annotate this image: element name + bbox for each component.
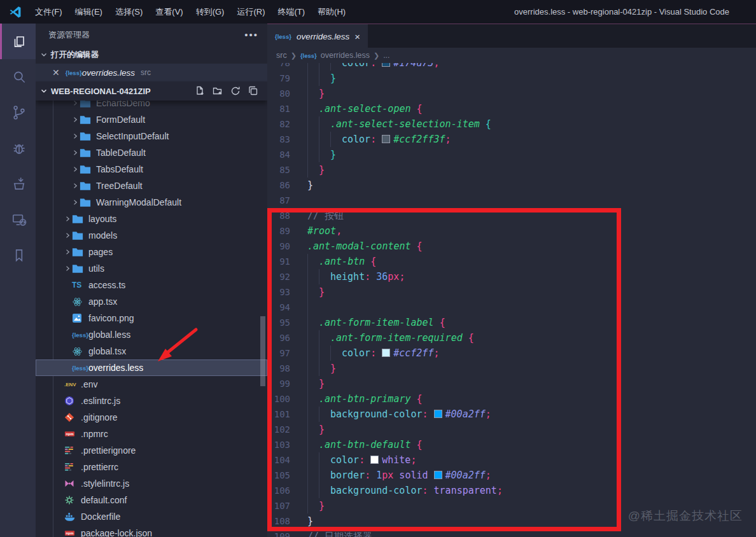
menu-e[interactable]: 编辑(E) bbox=[69, 7, 109, 17]
npm-icon: npm bbox=[64, 528, 77, 537]
explorer-sidebar: 资源管理器 ••• 打开的编辑器 ✕ {less} overrides.less… bbox=[36, 24, 267, 537]
tree-item-.eslintrc.js[interactable]: .eslintrc.js bbox=[36, 393, 267, 409]
ts-icon: TS bbox=[72, 281, 85, 289]
collapse-all-icon[interactable] bbox=[248, 86, 258, 96]
menu-h[interactable]: 帮助(H) bbox=[311, 7, 352, 17]
tree-item-TabsDefault[interactable]: TabsDefault bbox=[36, 161, 267, 178]
vscode-logo-icon bbox=[8, 5, 22, 19]
activity-explorer[interactable] bbox=[0, 24, 36, 59]
gear-icon bbox=[64, 495, 77, 505]
code-line-82: 82.ant-select-selection-item { bbox=[267, 116, 756, 132]
activity-search[interactable] bbox=[0, 59, 36, 95]
line-number: 82 bbox=[267, 116, 300, 132]
tree-item-access.ts[interactable]: TSaccess.ts bbox=[36, 277, 267, 293]
chevron-down-icon bbox=[39, 87, 48, 95]
line-number: 88 bbox=[267, 208, 300, 223]
open-editor-filename: overrides.less bbox=[82, 68, 135, 78]
line-number: 85 bbox=[267, 162, 300, 178]
code-line-79: 79} bbox=[267, 71, 756, 86]
tree-item-SelectInputDefault[interactable]: SelectInputDefault bbox=[36, 128, 267, 144]
breadcrumb-item-2[interactable]: ... bbox=[383, 51, 389, 60]
line-number: 90 bbox=[267, 239, 300, 254]
tree-item-pages[interactable]: pages bbox=[36, 244, 267, 260]
line-number: 81 bbox=[267, 101, 300, 116]
new-folder-icon[interactable] bbox=[213, 86, 223, 96]
line-number: 101 bbox=[267, 407, 300, 422]
chevron-right-icon bbox=[71, 149, 79, 157]
line-number: 104 bbox=[267, 452, 300, 468]
breadcrumb-separator: ❯ bbox=[374, 52, 379, 60]
code-line-93: 93} bbox=[267, 284, 756, 300]
code-line-85: 85} bbox=[267, 162, 756, 178]
tree-item-WarningModalDefault[interactable]: WarningModalDefault bbox=[36, 194, 267, 211]
tree-item-.env[interactable]: .ENV.env bbox=[36, 376, 267, 393]
tab-overrides-less[interactable]: {less} overrides.less × bbox=[267, 24, 368, 48]
tree-item-.npmrc[interactable]: npm.npmrc bbox=[36, 426, 267, 442]
tree-item-.prettierrc[interactable]: .prettierrc bbox=[36, 459, 267, 475]
env-icon: .ENV bbox=[64, 382, 77, 387]
line-number: 98 bbox=[267, 361, 300, 376]
tree-item-FormDefault[interactable]: FormDefault bbox=[36, 111, 267, 128]
tree-item-models[interactable]: models bbox=[36, 227, 267, 244]
tree-item-default.conf[interactable]: default.conf bbox=[36, 492, 267, 508]
tree-item-overrides.less[interactable]: {less}overrides.less bbox=[36, 359, 267, 376]
activity-run-debug[interactable] bbox=[0, 130, 36, 166]
code-viewport[interactable]: 78color: #174d73;79}80}81.ant-select-ope… bbox=[267, 63, 756, 537]
tree-item-favicon.png[interactable]: favicon.png bbox=[36, 310, 267, 326]
line-number: 100 bbox=[267, 391, 300, 407]
code-line-90: 90.ant-modal-content { bbox=[267, 239, 756, 254]
menu-g[interactable]: 转到(G) bbox=[190, 7, 231, 17]
folder-icon bbox=[80, 181, 92, 191]
tree-item-Dockerfile[interactable]: Dockerfile bbox=[36, 508, 267, 525]
more-actions-icon[interactable]: ••• bbox=[244, 29, 258, 40]
line-number: 89 bbox=[267, 223, 300, 239]
prettier-icon bbox=[64, 446, 77, 456]
tree-item-app.tsx[interactable]: app.tsx bbox=[36, 293, 267, 310]
tree-item-package-lock.json[interactable]: npmpackage-lock.json bbox=[36, 525, 267, 537]
code-line-106: 106background-color: transparent; bbox=[267, 483, 756, 498]
chevron-right-icon bbox=[71, 182, 79, 190]
color-swatch bbox=[382, 63, 390, 67]
code-line-108: 108} bbox=[267, 513, 756, 529]
tree-item-layouts[interactable]: layouts bbox=[36, 211, 267, 227]
line-number: 96 bbox=[267, 330, 300, 345]
activity-source-control[interactable] bbox=[0, 95, 36, 130]
menu-s[interactable]: 选择(S) bbox=[109, 7, 149, 17]
tree-item-.prettierignore[interactable]: .prettierignore bbox=[36, 442, 267, 459]
open-editor-item-overrides-less[interactable]: ✕ {less} overrides.less src bbox=[36, 64, 267, 81]
sidebar-scrollbar[interactable] bbox=[260, 316, 265, 386]
close-icon[interactable]: ✕ bbox=[52, 67, 60, 78]
menu-r[interactable]: 运行(R) bbox=[230, 7, 271, 17]
code-line-101: 101background-color: #00a2ff; bbox=[267, 407, 756, 422]
line-number: 84 bbox=[267, 147, 300, 162]
tree-item-TableDefault[interactable]: TableDefault bbox=[36, 144, 267, 161]
new-file-icon[interactable] bbox=[195, 86, 205, 96]
folder-icon bbox=[72, 231, 85, 241]
breadcrumb-item-1[interactable]: overrides.less bbox=[321, 51, 370, 60]
activity-bookmarks[interactable] bbox=[0, 237, 36, 273]
activity-remote-explorer[interactable] bbox=[0, 202, 36, 237]
tree-item-utils[interactable]: utils bbox=[36, 260, 267, 277]
tree-item-global.less[interactable]: {less}global.less bbox=[36, 326, 267, 343]
chevron-right-icon bbox=[71, 165, 79, 173]
menu-t[interactable]: 终端(T) bbox=[271, 7, 311, 17]
project-root-header[interactable]: WEB-REGIONAL-0421ZIP bbox=[36, 81, 267, 101]
tab-close-icon[interactable]: × bbox=[354, 31, 360, 42]
menu-v[interactable]: 查看(V) bbox=[149, 7, 189, 17]
line-number: 83 bbox=[267, 132, 300, 147]
open-editors-section[interactable]: 打开的编辑器 bbox=[36, 46, 267, 64]
refresh-icon[interactable] bbox=[230, 86, 241, 96]
tree-item-.stylelintrc.js[interactable]: .stylelintrc.js bbox=[36, 475, 267, 492]
breadcrumb-item-0[interactable]: src bbox=[276, 51, 287, 60]
tree-item-global.tsx[interactable]: global.tsx bbox=[36, 343, 267, 359]
folder-icon bbox=[80, 132, 92, 141]
code-line-78: 78color: #174d73; bbox=[267, 63, 756, 71]
folder-icon bbox=[72, 214, 85, 224]
tree-item-TreeDefault[interactable]: TreeDefault bbox=[36, 178, 267, 194]
tree-item-.gitignore[interactable]: .gitignore bbox=[36, 409, 267, 426]
less-file-icon: {less} bbox=[275, 33, 291, 40]
tab-bar: {less} overrides.less × bbox=[267, 24, 756, 48]
menu-f[interactable]: 文件(F) bbox=[29, 7, 69, 17]
line-number: 93 bbox=[267, 284, 300, 300]
activity-extensions[interactable] bbox=[0, 166, 36, 202]
